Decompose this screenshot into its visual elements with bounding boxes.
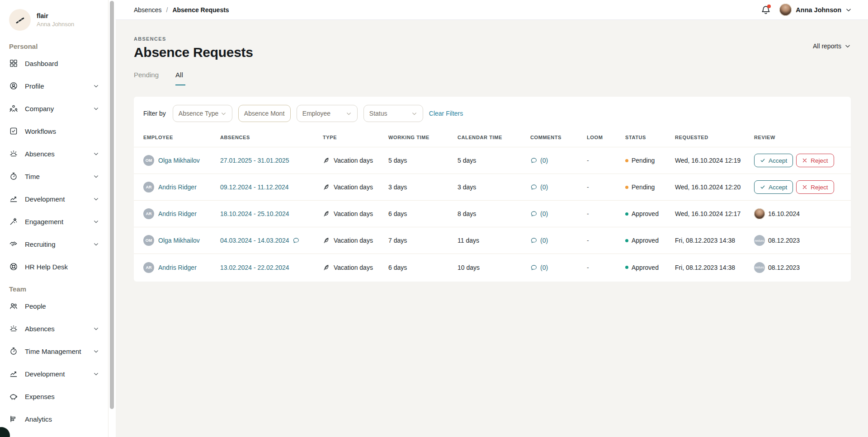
tab-pending[interactable]: Pending: [134, 71, 159, 85]
status-label: Approved: [632, 210, 659, 217]
check-icon: [760, 184, 765, 190]
sidebar-item-profile[interactable]: Profile: [0, 75, 108, 97]
column-header-calendar-time: CALENDAR TIME: [458, 135, 530, 140]
employee-filter[interactable]: Employee: [297, 105, 358, 122]
absence-month-filter[interactable]: [238, 105, 291, 122]
sidebar-item-label: HR Help Desk: [25, 263, 68, 271]
loom-value: -: [587, 237, 625, 244]
sidebar-item-development[interactable]: Development: [0, 362, 108, 385]
comment-bubble-icon: [530, 264, 538, 271]
sidebar-item-time-management[interactable]: Time Management: [0, 340, 108, 362]
sidebar-item-absences[interactable]: Absences: [0, 317, 108, 340]
employee-link[interactable]: Andris Ridger: [158, 183, 197, 191]
working-time: 6 days: [388, 210, 458, 217]
sidebar-item-recruiting[interactable]: Recruiting: [0, 233, 108, 255]
employee-link[interactable]: Andris Ridger: [158, 210, 197, 217]
review-date: 08.12.2023: [768, 264, 800, 271]
comments-link[interactable]: (0): [530, 183, 587, 191]
brand[interactable]: flair Anna Johnson: [0, 9, 108, 31]
sidebar-item-label: Absences: [25, 150, 55, 158]
sidebar-item-company[interactable]: Company: [0, 97, 108, 120]
comments-link[interactable]: (0): [530, 210, 587, 217]
table-body: OMOlga Mikhailov27.01.2025 - 31.01.2025V…: [134, 147, 851, 281]
sidebar-item-engagement[interactable]: Engagement: [0, 210, 108, 233]
comments-link[interactable]: (0): [530, 157, 587, 164]
absence-dates-link[interactable]: 09.12.2024 - 11.12.2024: [220, 183, 289, 191]
absence-type-filter[interactable]: Absence Type: [173, 105, 232, 122]
user-menu[interactable]: Anna Johnson: [779, 4, 852, 16]
nav-section-label-personal: Personal: [0, 42, 108, 50]
absence-dates-link[interactable]: 18.10.2024 - 25.10.2024: [220, 210, 289, 217]
column-header-absences: ABSENCES: [220, 135, 323, 140]
chevron-down-icon: [93, 83, 99, 89]
reviewer-avatar: [754, 208, 765, 219]
sidebar-item-time[interactable]: Time: [0, 165, 108, 188]
feather-icon: [323, 264, 330, 271]
status-dot: [625, 212, 628, 216]
sidebar-item-absences[interactable]: Absences: [0, 142, 108, 165]
sidebar-item-people[interactable]: People: [0, 295, 108, 317]
clear-filters-link[interactable]: Clear Filters: [429, 110, 463, 117]
absences-icon: [9, 149, 18, 158]
employee-link[interactable]: Olga Mikhailov: [158, 237, 200, 244]
accept-button[interactable]: Accept: [754, 154, 793, 167]
sidebar-scrollbar[interactable]: [108, 0, 116, 437]
sidebar-item-label: Workflows: [25, 127, 56, 135]
reviewer-avatar: nedunc: [754, 235, 765, 246]
comments-link[interactable]: (0): [530, 237, 587, 244]
development-icon: [9, 194, 18, 203]
table-header: EMPLOYEEABSENCESTYPEWORKING TIMECALENDAR…: [134, 127, 851, 147]
comment-bubble-icon: [530, 183, 538, 191]
sidebar-item-hr-help-desk[interactable]: HR Help Desk: [0, 255, 108, 278]
employee-link[interactable]: Olga Mikhailov: [158, 157, 200, 164]
sidebar-scrollbar-thumb[interactable]: [110, 1, 114, 409]
requested-timestamp: Fri, 08.12.2023 14:38: [675, 237, 754, 244]
absence-dates-link[interactable]: 27.01.2025 - 31.01.2025: [220, 157, 289, 164]
sidebar-item-workflows[interactable]: Workflows: [0, 120, 108, 142]
status-filter[interactable]: Status: [363, 105, 423, 122]
all-reports-dropdown[interactable]: All reports: [813, 42, 851, 50]
reject-button[interactable]: Reject: [796, 154, 834, 167]
chevron-down-icon: [93, 196, 99, 202]
chevron-down-icon: [93, 371, 99, 377]
sidebar-item-dashboard[interactable]: Dashboard: [0, 52, 108, 75]
tab-all[interactable]: All: [175, 71, 185, 85]
absence-dates-link[interactable]: 04.03.2024 - 14.03.2024: [220, 237, 289, 244]
breadcrumb-absences[interactable]: Absences: [134, 6, 161, 14]
tab-underline: [175, 85, 185, 85]
sidebar-item-label: Time: [25, 173, 40, 180]
sidebar-item-label: Profile: [25, 82, 44, 90]
employee-link[interactable]: Andris Ridger: [158, 264, 197, 271]
user-name: Anna Johnson: [796, 6, 841, 14]
sidebar-item-analytics[interactable]: Analytics: [0, 408, 108, 430]
loom-value: -: [587, 157, 625, 164]
chevron-down-icon: [346, 111, 352, 117]
reject-button[interactable]: Reject: [796, 180, 834, 194]
status-label: Approved: [632, 264, 659, 271]
analytics-icon: [9, 414, 18, 423]
feather-icon: [323, 210, 330, 217]
column-header-comments: COMMENTS: [530, 135, 587, 140]
tab-label: All: [175, 71, 183, 79]
working-time: 6 days: [388, 264, 458, 271]
filter-value: Absence Type: [179, 110, 218, 117]
employee-avatar: AR: [143, 208, 154, 219]
recruiting-icon: [9, 240, 18, 249]
comments-link[interactable]: (0): [530, 264, 587, 271]
feather-icon: [323, 183, 330, 191]
comment-bubble-icon: [292, 237, 300, 244]
table-row: OMOlga Mikhailov27.01.2025 - 31.01.2025V…: [134, 147, 851, 174]
absence-type: Vacation days: [334, 157, 373, 164]
absence-dates-link[interactable]: 13.02.2024 - 22.02.2024: [220, 264, 289, 271]
accept-button[interactable]: Accept: [754, 180, 793, 194]
requested-timestamp: Wed, 16.10.2024 12:20: [675, 183, 754, 191]
sidebar-item-development[interactable]: Development: [0, 188, 108, 210]
employee-avatar: AR: [143, 262, 154, 273]
notification-dot: [767, 5, 771, 8]
comments-count: (0): [540, 237, 548, 244]
comments-count: (0): [540, 183, 548, 191]
sidebar-item-expenses[interactable]: Expenses: [0, 385, 108, 408]
content: ABSENCES Absence Requests All reports Pe…: [116, 20, 868, 282]
bell-icon[interactable]: [760, 5, 771, 15]
table-row: ARAndris Ridger13.02.2024 - 22.02.2024Va…: [134, 254, 851, 281]
